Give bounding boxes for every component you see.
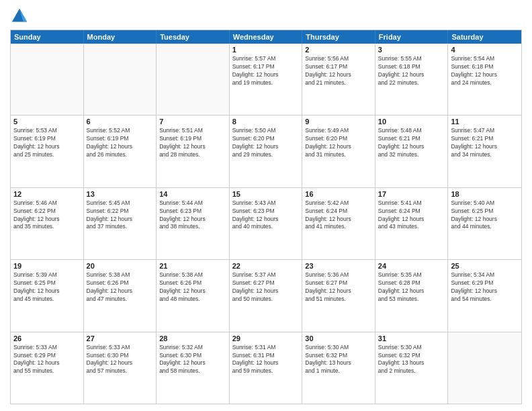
weekday-header: Wednesday (230, 30, 303, 44)
calendar-cell: 14Sunrise: 5:44 AM Sunset: 6:23 PM Dayli… (157, 188, 230, 259)
cell-info: Sunrise: 5:47 AM Sunset: 6:21 PM Dayligh… (451, 127, 519, 159)
day-number: 29 (232, 334, 300, 342)
calendar-cell (157, 44, 230, 115)
calendar-cell: 19Sunrise: 5:39 AM Sunset: 6:25 PM Dayli… (11, 260, 84, 331)
header (10, 7, 522, 26)
day-number: 5 (13, 118, 81, 126)
calendar-cell: 15Sunrise: 5:43 AM Sunset: 6:23 PM Dayli… (230, 188, 303, 259)
cell-info: Sunrise: 5:56 AM Sunset: 6:17 PM Dayligh… (305, 55, 372, 87)
calendar-cell: 4Sunrise: 5:54 AM Sunset: 6:18 PM Daylig… (448, 44, 521, 115)
cell-info: Sunrise: 5:50 AM Sunset: 6:20 PM Dayligh… (232, 127, 300, 159)
cell-info: Sunrise: 5:40 AM Sunset: 6:25 PM Dayligh… (451, 199, 519, 232)
cell-info: Sunrise: 5:49 AM Sunset: 6:20 PM Dayligh… (305, 127, 372, 159)
calendar-cell: 21Sunrise: 5:38 AM Sunset: 6:26 PM Dayli… (157, 260, 230, 331)
day-number: 31 (378, 334, 445, 342)
calendar-cell: 9Sunrise: 5:49 AM Sunset: 6:20 PM Daylig… (302, 116, 375, 187)
calendar-cell: 23Sunrise: 5:36 AM Sunset: 6:27 PM Dayli… (302, 260, 375, 331)
day-number: 6 (87, 118, 154, 126)
calendar-cell: 13Sunrise: 5:45 AM Sunset: 6:22 PM Dayli… (84, 188, 157, 259)
calendar-body: 1Sunrise: 5:57 AM Sunset: 6:17 PM Daylig… (11, 44, 521, 404)
weekday-header: Saturday (448, 30, 521, 44)
day-number: 7 (159, 118, 226, 126)
calendar-cell (11, 44, 84, 115)
calendar-cell: 3Sunrise: 5:55 AM Sunset: 6:18 PM Daylig… (375, 44, 449, 115)
calendar-row: 1Sunrise: 5:57 AM Sunset: 6:17 PM Daylig… (11, 44, 521, 116)
calendar-cell: 18Sunrise: 5:40 AM Sunset: 6:25 PM Dayli… (448, 188, 521, 259)
cell-info: Sunrise: 5:36 AM Sunset: 6:27 PM Dayligh… (305, 271, 372, 304)
cell-info: Sunrise: 5:37 AM Sunset: 6:27 PM Dayligh… (232, 271, 300, 304)
day-number: 21 (159, 262, 226, 270)
calendar-cell: 24Sunrise: 5:35 AM Sunset: 6:28 PM Dayli… (375, 260, 449, 331)
cell-info: Sunrise: 5:30 AM Sunset: 6:32 PM Dayligh… (305, 344, 372, 376)
weekday-header: Tuesday (157, 30, 230, 44)
calendar-row: 5Sunrise: 5:53 AM Sunset: 6:19 PM Daylig… (11, 116, 521, 187)
day-number: 23 (305, 262, 372, 270)
day-number: 18 (451, 190, 519, 198)
day-number: 27 (87, 334, 154, 342)
calendar-cell: 28Sunrise: 5:32 AM Sunset: 6:30 PM Dayli… (157, 332, 230, 404)
cell-info: Sunrise: 5:34 AM Sunset: 6:29 PM Dayligh… (451, 271, 519, 304)
cell-info: Sunrise: 5:48 AM Sunset: 6:21 PM Dayligh… (378, 127, 445, 159)
cell-info: Sunrise: 5:57 AM Sunset: 6:17 PM Dayligh… (232, 55, 300, 87)
calendar-cell: 25Sunrise: 5:34 AM Sunset: 6:29 PM Dayli… (448, 260, 521, 331)
weekday-header: Thursday (302, 30, 375, 44)
logo (10, 7, 32, 26)
cell-info: Sunrise: 5:54 AM Sunset: 6:18 PM Dayligh… (451, 55, 519, 87)
calendar-cell: 17Sunrise: 5:41 AM Sunset: 6:24 PM Dayli… (375, 188, 449, 259)
day-number: 26 (13, 334, 81, 342)
calendar-cell: 31Sunrise: 5:30 AM Sunset: 6:32 PM Dayli… (375, 332, 449, 404)
day-number: 1 (232, 46, 300, 54)
calendar-row: 26Sunrise: 5:33 AM Sunset: 6:29 PM Dayli… (11, 332, 521, 404)
cell-info: Sunrise: 5:51 AM Sunset: 6:19 PM Dayligh… (159, 127, 226, 159)
calendar-cell: 20Sunrise: 5:38 AM Sunset: 6:26 PM Dayli… (84, 260, 157, 331)
calendar-cell: 27Sunrise: 5:33 AM Sunset: 6:30 PM Dayli… (84, 332, 157, 404)
calendar-cell: 12Sunrise: 5:46 AM Sunset: 6:22 PM Dayli… (11, 188, 84, 259)
calendar-cell: 16Sunrise: 5:42 AM Sunset: 6:24 PM Dayli… (302, 188, 375, 259)
cell-info: Sunrise: 5:52 AM Sunset: 6:19 PM Dayligh… (87, 127, 154, 159)
cell-info: Sunrise: 5:55 AM Sunset: 6:18 PM Dayligh… (378, 55, 445, 87)
day-number: 11 (451, 118, 519, 126)
calendar-cell: 26Sunrise: 5:33 AM Sunset: 6:29 PM Dayli… (11, 332, 84, 404)
day-number: 4 (451, 46, 519, 54)
cell-info: Sunrise: 5:44 AM Sunset: 6:23 PM Dayligh… (159, 199, 226, 232)
calendar-cell: 30Sunrise: 5:30 AM Sunset: 6:32 PM Dayli… (302, 332, 375, 404)
day-number: 2 (305, 46, 372, 54)
day-number: 28 (159, 334, 226, 342)
page: SundayMondayTuesdayWednesdayThursdayFrid… (0, 0, 532, 411)
weekday-header: Friday (375, 30, 449, 44)
cell-info: Sunrise: 5:46 AM Sunset: 6:22 PM Dayligh… (13, 199, 81, 232)
calendar-cell: 1Sunrise: 5:57 AM Sunset: 6:17 PM Daylig… (230, 44, 303, 115)
cell-info: Sunrise: 5:33 AM Sunset: 6:29 PM Dayligh… (13, 344, 81, 376)
calendar-cell: 10Sunrise: 5:48 AM Sunset: 6:21 PM Dayli… (375, 116, 449, 187)
day-number: 3 (378, 46, 445, 54)
calendar-header: SundayMondayTuesdayWednesdayThursdayFrid… (11, 30, 521, 44)
cell-info: Sunrise: 5:33 AM Sunset: 6:30 PM Dayligh… (87, 344, 154, 376)
day-number: 10 (378, 118, 445, 126)
cell-info: Sunrise: 5:38 AM Sunset: 6:26 PM Dayligh… (87, 271, 154, 304)
cell-info: Sunrise: 5:38 AM Sunset: 6:26 PM Dayligh… (159, 271, 226, 304)
cell-info: Sunrise: 5:35 AM Sunset: 6:28 PM Dayligh… (378, 271, 445, 304)
weekday-header: Monday (84, 30, 157, 44)
day-number: 14 (159, 190, 226, 198)
day-number: 8 (232, 118, 300, 126)
cell-info: Sunrise: 5:45 AM Sunset: 6:22 PM Dayligh… (87, 199, 154, 232)
day-number: 13 (87, 190, 154, 198)
day-number: 12 (13, 190, 81, 198)
calendar-cell: 29Sunrise: 5:31 AM Sunset: 6:31 PM Dayli… (230, 332, 303, 404)
day-number: 9 (305, 118, 372, 126)
calendar: SundayMondayTuesdayWednesdayThursdayFrid… (10, 30, 522, 404)
logo-icon (10, 7, 29, 26)
cell-info: Sunrise: 5:39 AM Sunset: 6:25 PM Dayligh… (13, 271, 81, 304)
cell-info: Sunrise: 5:31 AM Sunset: 6:31 PM Dayligh… (232, 344, 300, 376)
calendar-cell: 11Sunrise: 5:47 AM Sunset: 6:21 PM Dayli… (448, 116, 521, 187)
day-number: 30 (305, 334, 372, 342)
day-number: 24 (378, 262, 445, 270)
calendar-row: 19Sunrise: 5:39 AM Sunset: 6:25 PM Dayli… (11, 260, 521, 332)
day-number: 15 (232, 190, 300, 198)
day-number: 19 (13, 262, 81, 270)
calendar-row: 12Sunrise: 5:46 AM Sunset: 6:22 PM Dayli… (11, 188, 521, 260)
cell-info: Sunrise: 5:42 AM Sunset: 6:24 PM Dayligh… (305, 199, 372, 232)
cell-info: Sunrise: 5:41 AM Sunset: 6:24 PM Dayligh… (378, 199, 445, 232)
cell-info: Sunrise: 5:53 AM Sunset: 6:19 PM Dayligh… (13, 127, 81, 159)
weekday-header: Sunday (11, 30, 84, 44)
